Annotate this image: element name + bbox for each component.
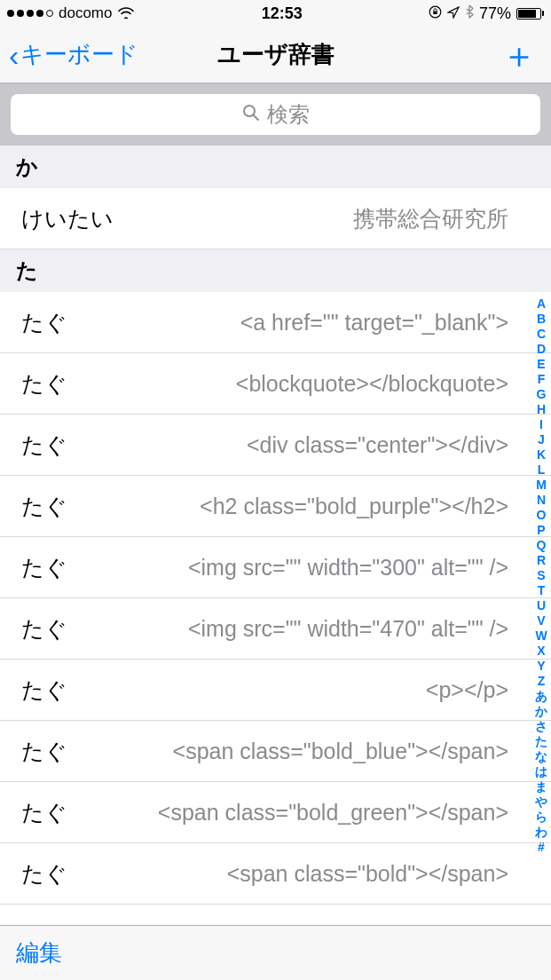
index-letter[interactable]: W	[533, 628, 549, 644]
index-letter[interactable]: ら	[533, 810, 549, 825]
index-letter[interactable]: P	[533, 523, 549, 538]
signal-strength-icon	[7, 10, 53, 17]
phrase-text: <span class="photo_copyright">Photo B…	[78, 922, 508, 926]
index-letter[interactable]: I	[533, 417, 549, 432]
edit-button[interactable]: 編集	[16, 937, 62, 968]
status-right: 77%	[429, 4, 544, 23]
dictionary-row[interactable]: たぐ <img src="" width="300" alt="" />	[0, 537, 551, 598]
phrase-text: <span class="bold"></span>	[78, 861, 508, 887]
index-letter[interactable]: B	[533, 312, 549, 327]
status-bar: docomo 12:53 77%	[0, 0, 551, 27]
dictionary-row[interactable]: たぐ <img src="" width="470" alt="" />	[0, 598, 551, 660]
section-header: た	[0, 249, 551, 292]
index-letter[interactable]: さ	[533, 719, 549, 734]
phrase-text: <a href="" target="_blank">	[78, 310, 508, 336]
index-letter[interactable]: は	[533, 764, 549, 779]
chevron-left-icon: ‹	[9, 40, 19, 70]
index-letter[interactable]: A	[533, 296, 549, 312]
dictionary-row[interactable]: たぐ <div class="center"></div>	[0, 415, 551, 476]
carrier-label: docomo	[59, 4, 112, 22]
clock: 12:53	[262, 4, 303, 23]
index-letter[interactable]: わ	[533, 825, 549, 840]
index-letter[interactable]: Z	[533, 674, 549, 689]
page-title: ユーザ辞書	[217, 39, 335, 70]
index-letter[interactable]: #	[533, 840, 549, 855]
index-letter[interactable]: C	[533, 327, 549, 342]
phrase-text: <h2 class="bold_purple"></h2>	[78, 494, 508, 519]
index-letter[interactable]: U	[533, 598, 549, 613]
shortcut-text: たぐ	[21, 553, 67, 582]
battery-icon	[516, 8, 544, 20]
index-letter[interactable]: K	[533, 447, 549, 462]
index-letter[interactable]: S	[533, 568, 549, 583]
shortcut-text: たぐ	[21, 798, 67, 827]
dictionary-row[interactable]: たぐ <span class="bold"></span>	[0, 843, 551, 905]
shortcut-text: たぐ	[21, 369, 67, 399]
bluetooth-icon	[465, 4, 474, 23]
search-icon	[242, 102, 260, 127]
shortcut-text: たぐ	[21, 431, 67, 460]
back-button[interactable]: ‹ キーボード	[9, 39, 142, 70]
index-letter[interactable]: な	[533, 749, 549, 764]
shortcut-text: たぐ	[21, 614, 67, 644]
search-bar-container: 検索	[0, 83, 551, 146]
dictionary-row[interactable]: けいたい 携帯総合研究所	[0, 188, 551, 249]
dictionary-row[interactable]: たぐ <h2 class="bold_purple"></h2>	[0, 476, 551, 537]
index-letter[interactable]: N	[533, 493, 549, 508]
dictionary-row[interactable]: たぐ <blockquote></blockquote>	[0, 353, 551, 415]
phrase-text: <p></p>	[78, 677, 508, 703]
index-letter[interactable]: F	[533, 372, 549, 387]
location-icon	[447, 4, 460, 23]
index-letter[interactable]: か	[533, 704, 549, 719]
section-index[interactable]: ABCDEFGHIJKLMNOPQRSTUVWXYZあかさたなはまやらわ#	[533, 296, 549, 855]
phrase-text: <img src="" width="300" alt="" />	[78, 555, 508, 581]
back-label: キーボード	[20, 39, 138, 70]
dictionary-row[interactable]: たぐ <p></p>	[0, 660, 551, 721]
index-letter[interactable]: X	[533, 644, 549, 659]
svg-point-2	[244, 106, 255, 116]
index-letter[interactable]: ま	[533, 779, 549, 794]
index-letter[interactable]: た	[533, 734, 549, 749]
dictionary-row[interactable]: たぐ <span class="photo_copyright">Photo B…	[0, 905, 551, 925]
index-letter[interactable]: Y	[533, 659, 549, 674]
index-letter[interactable]: や	[533, 794, 549, 810]
phrase-text: <span class="bold_blue"></span>	[78, 739, 508, 764]
shortcut-text: けいたい	[21, 204, 114, 233]
index-letter[interactable]: O	[533, 508, 549, 523]
nav-bar: ‹ キーボード ユーザ辞書 ＋	[0, 27, 551, 83]
dictionary-row[interactable]: たぐ <span class="bold_blue"></span>	[0, 721, 551, 782]
dictionary-row[interactable]: たぐ <a href="" target="_blank">	[0, 292, 551, 353]
index-letter[interactable]: H	[533, 402, 549, 417]
index-letter[interactable]: L	[533, 462, 549, 478]
index-letter[interactable]: M	[533, 478, 549, 493]
index-letter[interactable]: E	[533, 357, 549, 372]
svg-line-3	[254, 115, 258, 120]
status-left: docomo	[7, 4, 135, 23]
index-letter[interactable]: V	[533, 613, 549, 628]
index-letter[interactable]: J	[533, 432, 549, 447]
phrase-text: <img src="" width="470" alt="" />	[78, 616, 508, 642]
phrase-text: <div class="center"></div>	[78, 432, 508, 458]
wifi-icon	[117, 4, 135, 23]
rotation-lock-icon	[429, 4, 442, 23]
bottom-toolbar: 編集	[0, 925, 551, 980]
index-letter[interactable]: D	[533, 342, 549, 357]
dictionary-list[interactable]: か けいたい 携帯総合研究所 た たぐ <a href="" target="_…	[0, 146, 551, 925]
index-letter[interactable]: あ	[533, 689, 549, 704]
index-letter[interactable]: R	[533, 553, 549, 568]
phrase-text: 携帯総合研究所	[124, 204, 508, 233]
shortcut-text: たぐ	[21, 308, 67, 337]
battery-percent: 77%	[479, 4, 511, 23]
index-letter[interactable]: Q	[533, 538, 549, 553]
shortcut-text: たぐ	[21, 859, 67, 889]
index-letter[interactable]: G	[533, 387, 549, 402]
dictionary-row[interactable]: たぐ <span class="bold_green"></span>	[0, 782, 551, 843]
search-input[interactable]: 検索	[11, 94, 540, 135]
add-button[interactable]: ＋	[409, 37, 542, 73]
search-placeholder: 検索	[267, 100, 310, 129]
index-letter[interactable]: T	[533, 583, 549, 598]
shortcut-text: たぐ	[21, 921, 67, 926]
section-header: か	[0, 146, 551, 188]
shortcut-text: たぐ	[21, 737, 67, 766]
shortcut-text: たぐ	[21, 676, 67, 705]
